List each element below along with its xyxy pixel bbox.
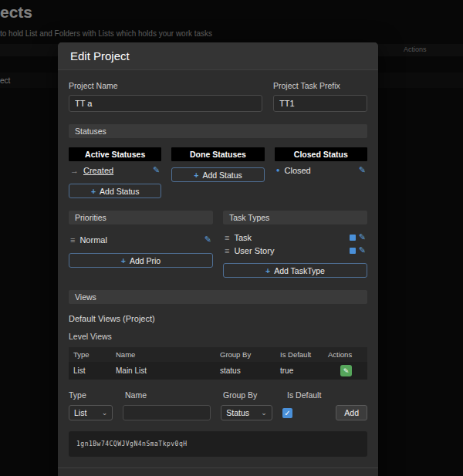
edit-pencil-icon[interactable]: ✎ [153, 165, 160, 175]
chevron-down-icon: ⌄ [102, 409, 108, 417]
modal-footer: Close Save [58, 468, 378, 476]
priorities-section-header: Priorities [69, 211, 213, 224]
add-task-type-button[interactable]: + Add TaskType [223, 263, 367, 278]
add-view-form-controls: List ⌄ Status ⌄ ✓ Add [69, 405, 367, 420]
task-type-label: User Story [234, 246, 274, 255]
project-name-label: Project Name [69, 81, 262, 90]
drag-handle-icon[interactable]: ≡ [70, 235, 75, 245]
active-statuses-column: Active Statuses → Created ✎ + Add Status [69, 147, 161, 198]
drag-handle-icon[interactable]: ≡ [225, 233, 229, 242]
view-type-select[interactable]: List ⌄ [69, 405, 113, 420]
task-prefix-label: Project Task Prefix [273, 81, 367, 90]
view-groupby-cell: status [215, 363, 275, 378]
task-types-column: Task Types ≡ Task ✎ ≡ User Story ✎ [223, 211, 367, 278]
task-type-item-task: ≡ Task ✎ [223, 231, 367, 244]
arrow-right-icon: → [70, 166, 79, 175]
add-status-button-active[interactable]: + Add Status [69, 184, 161, 198]
closed-status-header: Closed Status [275, 147, 367, 161]
priority-label: Normal [79, 235, 106, 245]
color-swatch-icon[interactable] [350, 248, 356, 254]
closed-status-column: Closed Status ● Closed ✎ [275, 147, 367, 198]
edit-pencil-icon[interactable]: ✎ [359, 245, 366, 255]
done-statuses-header: Done Statuses [171, 147, 264, 161]
views-table-row: List Main List status true ✎ [69, 362, 367, 380]
chevron-down-icon: ⌄ [261, 409, 267, 417]
edit-view-button[interactable]: ✎ [340, 365, 352, 376]
done-statuses-column: Done Statuses + Add Status [171, 147, 264, 198]
task-types-section-header: Task Types [223, 211, 367, 224]
priority-item-normal: ≡ Normal ✎ [69, 231, 213, 247]
view-name-input[interactable] [123, 405, 211, 420]
edit-pencil-icon[interactable]: ✎ [204, 235, 211, 245]
status-dot-icon: ● [276, 167, 280, 174]
edit-pencil-icon[interactable]: ✎ [359, 165, 366, 175]
drag-handle-icon[interactable]: ≡ [225, 246, 229, 255]
view-name-cell: Main List [111, 363, 215, 378]
plus-icon: + [194, 170, 198, 180]
view-type-cell: List [69, 363, 111, 378]
views-table-header: Type Name Group By Is Default Actions [69, 347, 367, 362]
view-isdefault-cell: true [275, 363, 323, 378]
project-id-box: 1gn1Bw74CQWJVgN4nSmaTkpv0qH [69, 431, 367, 457]
plus-icon: + [265, 266, 270, 275]
add-view-form-labels: Type Name Group By Is Default [69, 390, 367, 400]
task-prefix-input[interactable] [273, 95, 367, 112]
view-groupby-select[interactable]: Status ⌄ [221, 405, 272, 420]
statuses-section-header: Statuses [69, 124, 367, 138]
plus-icon: + [121, 256, 126, 265]
status-label: Created [83, 166, 113, 175]
task-type-label: Task [234, 233, 252, 242]
modal-title: Edit Project [58, 42, 378, 70]
views-section-header: Views [69, 290, 367, 304]
level-views-title: Level Views [69, 332, 367, 341]
status-item-created: → Created ✎ [69, 161, 161, 177]
add-status-button-done[interactable]: + Add Status [171, 167, 264, 182]
edit-pencil-icon[interactable]: ✎ [359, 232, 366, 242]
default-views-title: Default Views (Project) [69, 314, 367, 323]
edit-project-modal: Edit Project Project Name Project Task P… [58, 42, 378, 476]
add-priority-button[interactable]: + Add Prio [69, 253, 213, 268]
plus-icon: + [91, 187, 96, 196]
status-item-closed: ● Closed ✎ [275, 161, 367, 177]
color-swatch-icon[interactable] [350, 235, 356, 241]
active-statuses-header: Active Statuses [69, 147, 161, 161]
views-table: Type Name Group By Is Default Actions Li… [69, 347, 367, 380]
is-default-checkbox[interactable]: ✓ [282, 408, 292, 418]
priorities-column: Priorities ≡ Normal ✎ + Add Prio [69, 211, 213, 278]
checkmark-icon: ✓ [284, 409, 290, 417]
add-view-button[interactable]: Add [336, 405, 367, 420]
task-type-item-user-story: ≡ User Story ✎ [223, 244, 367, 257]
edit-pencil-icon: ✎ [343, 367, 350, 375]
status-label: Closed [285, 166, 311, 175]
project-name-input[interactable] [69, 95, 262, 112]
